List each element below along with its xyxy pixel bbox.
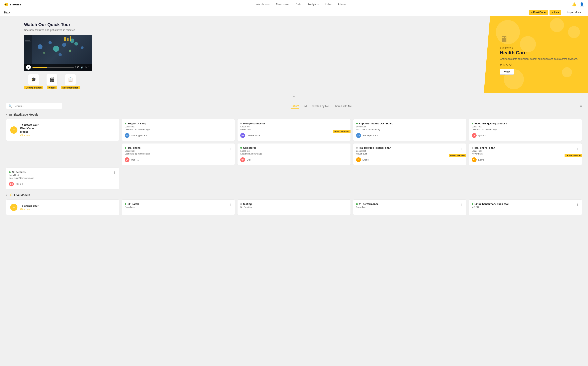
card-header: Linux benchmark build tool MS SQL ⋮ — [472, 202, 579, 208]
elasticube-button[interactable]: + ElastiCube — [529, 10, 548, 15]
user-icon[interactable]: 👤 — [580, 2, 584, 7]
tab-all[interactable]: All — [304, 104, 307, 108]
nav-analytics[interactable]: Analytics — [308, 2, 319, 7]
search-input[interactable] — [14, 105, 59, 107]
search-box[interactable]: 🔍 — [6, 103, 62, 109]
create-live-card[interactable]: + To Create Your Click Here — [6, 199, 119, 215]
svg-rect-13 — [64, 37, 66, 41]
card-menu-button[interactable]: ⋮ — [229, 202, 232, 206]
avatar-label: QBI + 1 — [15, 183, 23, 185]
settings-icon: ⚙ — [85, 66, 87, 69]
card-title: Linux benchmark build tool — [475, 202, 509, 206]
list-view-icon[interactable]: ≡ — [580, 104, 582, 108]
card-info: FivetranBigQueryZendesk LocalHost Last b… — [472, 122, 507, 131]
card-footer: EI Eitans — [472, 157, 579, 162]
card-host: LocalHost — [125, 150, 150, 152]
card-menu-button[interactable]: ⋮ — [460, 146, 463, 150]
card-menu-button[interactable]: ⋮ — [345, 202, 348, 206]
progress-bar[interactable] — [32, 67, 74, 68]
card-info: Mongo connector LocalHost Never Built — [240, 122, 265, 131]
create-text: To Create Your Click Here — [20, 204, 38, 211]
card-tn-performance: tn_performance Snowflake ⋮ — [353, 199, 466, 215]
hero-title: Watch Our Quick Tour — [24, 22, 476, 27]
play-button[interactable] — [26, 65, 31, 70]
create-elasticube-card[interactable]: + To Create Your ElastiCube Model Click … — [6, 119, 119, 141]
card-info: Salesforce LocalHost Last build 2 hours … — [240, 146, 262, 155]
documentation-link[interactable]: 📋 Documentation — [61, 74, 80, 89]
status-dot — [125, 203, 126, 205]
nav-admin[interactable]: Admin — [338, 2, 346, 7]
live-collapse-icon[interactable]: ▾ — [6, 193, 7, 197]
video-settings[interactable]: 🔊 ⚙ ⛶ — [81, 66, 90, 69]
card-host: LocalHost — [240, 150, 262, 152]
tab-created-by-me[interactable]: Created by Me — [312, 104, 329, 108]
card-title-row: tn_performance — [356, 202, 379, 206]
status-dot — [240, 203, 242, 205]
status-dot — [240, 123, 242, 124]
card-menu-button[interactable]: ⋮ — [460, 202, 463, 206]
card-build: Never Built — [356, 152, 391, 155]
card-header: jira_backlog_issues_eitan LocalHost Neve… — [356, 146, 463, 155]
card-host: LocalHost — [472, 125, 507, 128]
getting-started-icon-box: 🎓 — [28, 74, 39, 85]
card-host: MS SQL — [472, 206, 509, 208]
card-menu-button[interactable]: ⋮ — [345, 146, 348, 150]
page-title: Data — [4, 11, 10, 14]
status-dot — [472, 123, 473, 124]
svg-point-4 — [49, 41, 52, 44]
svg-point-3 — [38, 44, 43, 49]
avatar-label: Sibi Support + 1 — [362, 134, 378, 137]
card-build: Last build 13 minutes ago — [9, 177, 34, 179]
svg-point-10 — [43, 52, 45, 54]
tab-recent[interactable]: Recent — [291, 104, 299, 108]
card-header: tn_performance Snowflake ⋮ — [356, 202, 463, 208]
bell-icon[interactable]: 🔔 — [572, 2, 576, 7]
getting-started-link[interactable]: 🎓 Getting Started — [24, 74, 43, 89]
live-button[interactable]: + Live — [550, 10, 561, 15]
card-menu-button[interactable]: ⋮ — [113, 171, 116, 174]
collapse-hero-button[interactable]: ▲ — [0, 93, 588, 99]
card-menu-button[interactable]: ⋮ — [345, 122, 348, 126]
avatar-label: Sibi Support + 4 — [131, 134, 147, 137]
card-menu-button[interactable]: ⋮ — [576, 122, 579, 126]
bolt-icon: ⚡ — [9, 193, 12, 197]
card-host: Snowflake — [356, 206, 379, 208]
card-title-row: jira_backlog_issues_eitan — [356, 146, 391, 149]
tab-shared-with-me[interactable]: Shared with Me — [334, 104, 352, 108]
card-host: LocalHost — [472, 150, 495, 152]
video-time: 3:48 — [75, 66, 79, 69]
documentation-label: Documentation — [61, 86, 80, 89]
card-footer: SS Sibi Support + 4 — [125, 133, 232, 138]
elasticube-section-header: ▾ 🗃 ElastiCube Models — [6, 113, 582, 116]
nav-notebooks[interactable]: Notebooks — [276, 2, 289, 7]
top-nav: sisense Warehouse Notebooks Data Analyti… — [0, 0, 588, 9]
video-player[interactable]: 3:48 🔊 ⚙ ⛶ — [24, 35, 92, 71]
card-info: jira_online LocalHost Last build 31 minu… — [125, 146, 150, 155]
card-menu-button[interactable]: ⋮ — [576, 202, 579, 206]
status-dot — [356, 123, 358, 124]
card-menu-button[interactable]: ⋮ — [460, 122, 463, 126]
elasticube-section-title: ElastiCube Models — [14, 113, 38, 116]
card-menu-button[interactable]: ⋮ — [229, 122, 232, 126]
draft-badge: DRAFT VERSION — [333, 130, 351, 133]
avatar: EI — [472, 157, 477, 162]
create-subtitle: Click Here — [20, 208, 38, 210]
nav-pulse[interactable]: Pulse — [325, 2, 332, 7]
search-icon: 🔍 — [9, 104, 12, 107]
nav-data[interactable]: Data — [295, 2, 301, 7]
video-controls[interactable]: 3:48 🔊 ⚙ ⛶ — [24, 64, 92, 71]
sisense-logo-icon — [4, 2, 8, 7]
status-dot — [472, 203, 473, 205]
card-title-row: Mongo connector — [240, 122, 265, 125]
card-header: jira_online_eitan LocalHost Never Built … — [472, 146, 579, 155]
videos-link[interactable]: 🎬 Videos — [46, 74, 58, 89]
nav-warehouse[interactable]: Warehouse — [256, 2, 270, 7]
elasticube-collapse-icon[interactable]: ▾ — [6, 113, 7, 116]
card-header: Salesforce LocalHost Last build 2 hours … — [240, 146, 347, 155]
logo[interactable]: sisense — [4, 2, 22, 7]
card-menu-button[interactable]: ⋮ — [229, 146, 232, 150]
card-title: jira_backlog_issues_eitan — [359, 146, 391, 149]
card-header: jira_online LocalHost Last build 31 minu… — [125, 146, 232, 155]
card-menu-button[interactable]: ⋮ — [576, 146, 579, 150]
import-model-button[interactable]: ↓ Import Model — [563, 10, 584, 15]
